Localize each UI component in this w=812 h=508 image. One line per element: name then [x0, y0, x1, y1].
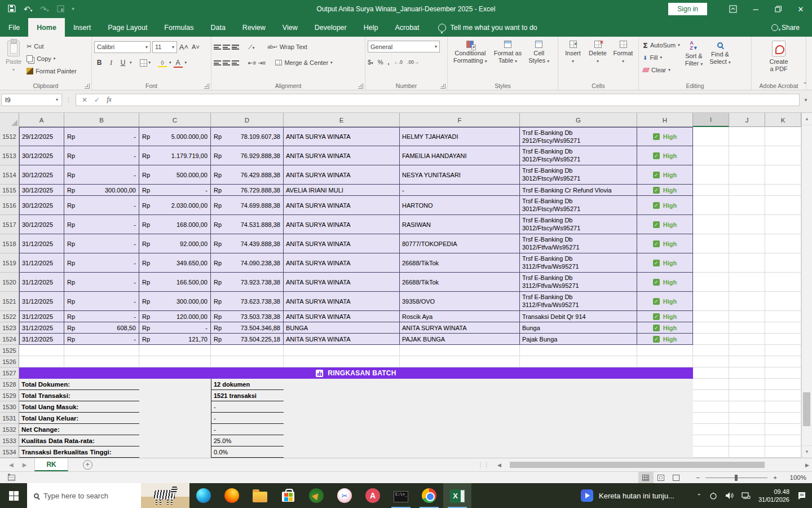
- empty-cell[interactable]: [19, 345, 64, 356]
- formula-input[interactable]: [117, 94, 800, 106]
- insert-function-icon[interactable]: fx: [107, 95, 112, 104]
- empty-cell[interactable]: [64, 356, 139, 367]
- cell-styles-button[interactable]: CellStyles ▾: [525, 38, 553, 81]
- align-top-icon[interactable]: [214, 45, 221, 50]
- tell-me-box[interactable]: Tell me what you want to do: [438, 18, 537, 37]
- tray-people-icon[interactable]: [709, 492, 717, 500]
- cell-balance[interactable]: Rp74.531.888,38: [211, 215, 284, 234]
- fill-color-icon[interactable]: ◊: [157, 59, 167, 66]
- network-icon[interactable]: [742, 492, 751, 500]
- cell-balance[interactable]: Rp76.729.888,38: [211, 185, 284, 196]
- cell-description[interactable]: Trsf E-Banking Cr Refund Vlovia: [520, 185, 637, 196]
- row-header-1530[interactable]: 1530: [0, 401, 19, 413]
- cell-debit[interactable]: Rp608,50: [64, 322, 139, 334]
- new-sheet-button[interactable]: +: [83, 460, 92, 470]
- empty-cell[interactable]: [765, 292, 801, 311]
- empty-cell[interactable]: [139, 356, 211, 367]
- format-as-table-button[interactable]: Format asTable ▾: [491, 38, 526, 81]
- cell-date[interactable]: 31/12/2025: [19, 273, 64, 292]
- macro-record-icon[interactable]: [8, 475, 15, 481]
- empty-cell[interactable]: [729, 234, 765, 253]
- cell-credit[interactable]: Rp92.000,00: [139, 234, 211, 253]
- cell-quality[interactable]: ✓High: [637, 253, 693, 273]
- save-icon[interactable]: [8, 5, 16, 14]
- empty-cell[interactable]: [729, 215, 765, 234]
- row-header-1525[interactable]: 1525: [0, 345, 19, 356]
- empty-cell[interactable]: [729, 446, 765, 458]
- cell-description[interactable]: Trsf E-Banking Db3112/Ftfva/Ws95271: [520, 253, 637, 273]
- ribbon-tab-acrobat[interactable]: Acrobat: [386, 18, 427, 37]
- restore-button[interactable]: [767, 0, 789, 18]
- column-header-c[interactable]: C: [139, 113, 211, 127]
- decrease-decimal-icon[interactable]: .00→: [407, 59, 418, 65]
- empty-cell[interactable]: [765, 196, 801, 215]
- taskbar-app-chrome[interactable]: [415, 483, 443, 508]
- cell-date[interactable]: 31/12/2025: [19, 234, 64, 253]
- row-header-1514[interactable]: 1514: [0, 165, 19, 185]
- empty-cell[interactable]: [693, 311, 729, 322]
- paste-button[interactable]: Paste▾: [2, 38, 25, 81]
- scroll-left-icon[interactable]: ◀: [495, 462, 504, 468]
- empty-cell[interactable]: [520, 345, 637, 356]
- copy-button[interactable]: Copy▾: [25, 53, 78, 64]
- cell-description[interactable]: Pajak Bunga: [520, 334, 637, 345]
- empty-cell[interactable]: [729, 401, 765, 413]
- empty-cell[interactable]: [765, 390, 801, 401]
- row-header-1513[interactable]: 1513: [0, 146, 19, 165]
- empty-cell[interactable]: [211, 345, 284, 356]
- create-pdf-button[interactable]: Createa PDF: [766, 38, 791, 81]
- cell-owner[interactable]: ANITA SURYA WINATA: [284, 311, 400, 322]
- empty-cell[interactable]: [400, 345, 520, 356]
- cell-debit[interactable]: Rp-: [64, 292, 139, 311]
- minimize-button[interactable]: ─: [744, 0, 767, 18]
- next-sheet-icon[interactable]: ▶: [23, 462, 27, 468]
- cell-credit[interactable]: Rp168.000,00: [139, 215, 211, 234]
- empty-cell[interactable]: [729, 390, 765, 401]
- summary-value[interactable]: 25.0%: [211, 435, 284, 446]
- action-center-icon[interactable]: [797, 492, 806, 500]
- empty-cell[interactable]: [765, 273, 801, 292]
- increase-decimal-icon[interactable]: ←.0: [394, 59, 403, 65]
- row-header-1529[interactable]: 1529: [0, 390, 19, 401]
- cell-debit[interactable]: Rp-: [64, 234, 139, 253]
- cell-party[interactable]: PAJAK BUNGA: [400, 334, 520, 345]
- empty-cell[interactable]: [765, 234, 801, 253]
- empty-cell[interactable]: [765, 311, 801, 322]
- horizontal-scrollbar[interactable]: [505, 461, 801, 468]
- cell-quality[interactable]: ✓High: [637, 292, 693, 311]
- column-header-a[interactable]: A: [19, 113, 64, 127]
- cell-description[interactable]: Trsf E-Banking Db3012/Ftfva/Ws95271: [520, 234, 637, 253]
- empty-cell[interactable]: [729, 311, 765, 322]
- redo-icon[interactable]: ↷▾: [40, 5, 48, 13]
- empty-cell[interactable]: [729, 322, 765, 334]
- touch-mode-icon[interactable]: [57, 5, 64, 14]
- format-cells-button[interactable]: Format▾: [610, 38, 636, 81]
- cell-party[interactable]: Roscik Aya: [400, 311, 520, 322]
- expand-formula-bar-icon[interactable]: ▾: [800, 97, 812, 103]
- empty-cell[interactable]: [729, 379, 765, 390]
- cell-quality[interactable]: ✓High: [637, 311, 693, 322]
- row-header-1522[interactable]: 1522: [0, 311, 19, 322]
- taskbar-app-firefox[interactable]: [218, 483, 246, 508]
- empty-cell[interactable]: [729, 367, 765, 379]
- cell-balance[interactable]: Rp73.504.225,18: [211, 334, 284, 345]
- cell-debit[interactable]: Rp-: [64, 196, 139, 215]
- taskbar-search-box[interactable]: Type here to search: [27, 483, 189, 508]
- empty-cell[interactable]: [693, 146, 729, 165]
- column-header-k[interactable]: K: [765, 113, 801, 127]
- cell-quality[interactable]: ✓High: [637, 215, 693, 234]
- zoom-slider-thumb[interactable]: [735, 475, 738, 481]
- fill-button[interactable]: ⬇Fill▾: [641, 52, 682, 63]
- cell-balance[interactable]: Rp73.923.738,38: [211, 273, 284, 292]
- decrease-indent-icon[interactable]: ⇤≡: [248, 60, 256, 66]
- cell-description[interactable]: Trsf E-Banking Db3012/Ftscy/Ws95271: [520, 165, 637, 185]
- page-layout-view-button[interactable]: [654, 472, 669, 483]
- cell-owner[interactable]: ANITA SURYA WINATA: [284, 273, 400, 292]
- row-header-1520[interactable]: 1520: [0, 273, 19, 292]
- empty-cell[interactable]: [765, 146, 801, 165]
- cell-description[interactable]: Trsf E-Banking Db3012/Ftscy/Ws95271: [520, 215, 637, 234]
- empty-cell[interactable]: [729, 185, 765, 196]
- cell-debit[interactable]: Rp-: [64, 215, 139, 234]
- cell-credit[interactable]: Rp120.000,00: [139, 311, 211, 322]
- font-name-combo[interactable]: Calibri▾: [94, 41, 151, 53]
